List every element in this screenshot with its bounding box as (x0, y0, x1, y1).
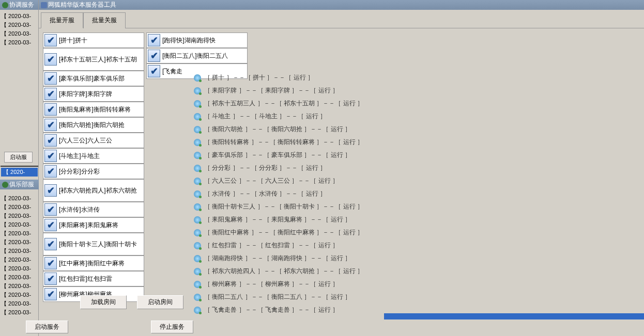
check-item[interactable]: [祁东六胡抢四人]祁东六胡抢 (43, 179, 144, 202)
check-label: [跑得快]湖南跑得快 (162, 37, 216, 44)
log-entry: 【 2020-03- (1, 299, 38, 308)
check-label: [红中麻将]衡阳红中麻将 (59, 260, 125, 267)
log-entry: 【 2020-03- (1, 238, 38, 247)
check-item[interactable]: [耒阳麻将]耒阳鬼麻将 (43, 217, 144, 233)
checkbox[interactable] (44, 53, 57, 66)
status-text: ［ 祁东六胡抢四人 ］－－［ 祁东六胡抢 ］－－［ 运行 ］ (204, 267, 363, 276)
status-icon (194, 268, 201, 275)
sub-tabs: 批量开服 批量关服 (39, 10, 644, 28)
app-icon (41, 2, 47, 8)
check-item[interactable]: [耒阳字牌]耒阳字牌 (43, 86, 144, 102)
check-item[interactable]: [衡阳十胡卡三人]衡阳十胡卡 (43, 233, 144, 255)
status-text: ［ 飞禽走兽 ］－－［ 飞禽走兽 ］－－［ 运行 ］ (204, 306, 339, 314)
checkbox[interactable] (44, 257, 57, 269)
check-label: [六人三公]六人三公 (59, 137, 112, 144)
log-entry: 【 2020-03- (1, 229, 38, 238)
status-line: ［ 耒阳鬼麻将 ］－－［ 耒阳鬼麻将 ］－－［ 运行 ］ (194, 213, 377, 226)
status-icon (194, 216, 201, 223)
status-line: ［ 豪车俱乐部 ］－－［ 豪车俱乐部 ］－－［ 运行 ］ (194, 149, 377, 162)
status-text: ［ 斗地主 ］－－［ 斗地主 ］－－［ 运行 ］ (204, 112, 326, 121)
status-icon (194, 126, 201, 133)
checkbox[interactable] (44, 184, 57, 197)
check-item[interactable]: [红包扫雷]红包扫雷 (43, 271, 144, 286)
status-line: ［ 柳州麻将 ］－－［ 柳州麻将 ］－－［ 运行 ］ (194, 278, 377, 291)
status-icon (194, 190, 201, 198)
stop-service-button[interactable]: 停止服务 (151, 321, 193, 333)
checkbox[interactable] (44, 165, 57, 178)
checkbox[interactable] (44, 88, 57, 100)
check-label: [水浒传]水浒传 (59, 206, 100, 213)
checkbox[interactable] (44, 219, 57, 231)
log-entry: 【 2020-03- (1, 29, 37, 38)
check-label: [祁东十五胡三人]祁东十五胡 (59, 56, 137, 63)
log-entry: 【 2020-03- (1, 273, 38, 282)
check-item[interactable]: [拼十]拼十 (43, 33, 144, 48)
checkbox[interactable] (44, 273, 57, 285)
check-item[interactable]: [跑得快]湖南跑得快 (146, 33, 248, 48)
status-line: ［ 拼十 ］－－［ 拼十 ］－－［ 运行 ］ (194, 71, 377, 84)
check-label: [豪车俱乐部]豪车俱乐部 (59, 75, 125, 82)
status-text: ［ 红包扫雷 ］－－［ 红包扫雷 ］－－［ 运行 ］ (204, 241, 339, 250)
check-item[interactable]: [红中麻将]衡阳红中麻将 (43, 255, 144, 271)
status-text: ［ 衡阳十胡卡三人 ］－－［ 衡阳十胡卡 ］－－［ 运行 ］ (204, 202, 363, 211)
start-button-small[interactable]: 启动服 (4, 152, 33, 163)
status-text: ［ 拼十 ］－－［ 拼十 ］－－［ 运行 ］ (204, 73, 314, 82)
start-service-button[interactable]: 启动服务 (26, 321, 68, 333)
status-icon (194, 255, 201, 262)
check-label: [衡阳六胡抢]衡阳六胡抢 (59, 121, 125, 129)
main-titlebar: 网狐精华版本服务器工具 (39, 0, 644, 10)
status-text: ［ 水浒传 ］－－［ 水浒传 ］－－［ 运行 ］ (204, 189, 326, 198)
log-list-2: 【 2020-03-【 2020-03-【 2020-03-【 2020-03-… (0, 192, 39, 319)
club-service-title: 俱乐部服 (0, 180, 39, 189)
status-text: ［ 衡阳二五八 ］－－［ 衡阳二五八 ］－－［ 运行 ］ (204, 293, 351, 301)
check-item[interactable]: [祁东十五胡三人]祁东十五胡 (43, 48, 144, 71)
status-icon (194, 113, 201, 120)
checkbox[interactable] (44, 238, 57, 250)
status-text: ［ 衡阳六胡抢 ］－－［ 衡阳六胡抢 ］－－［ 运行 ］ (204, 125, 351, 134)
check-label: [红包扫雷]红包扫雷 (59, 275, 112, 282)
coord-service-label: 协调服务 (9, 1, 34, 9)
status-icon (194, 152, 201, 159)
bottom-bar (384, 313, 644, 319)
log-entry: 【 2020-03- (1, 21, 37, 29)
checkbox[interactable] (44, 150, 57, 162)
tab-batch-close[interactable]: 批量关服 (83, 12, 126, 28)
check-label: [耒阳字牌]耒阳字牌 (59, 90, 112, 98)
check-item[interactable]: [衡阳鬼麻将]衡阳转转麻将 (43, 102, 144, 117)
status-icon (194, 281, 201, 288)
status-icon (194, 307, 201, 314)
checkbox[interactable] (44, 134, 57, 147)
status-line: ［ 耒阳字牌 ］－－［ 耒阳字牌 ］－－［ 运行 ］ (194, 84, 377, 97)
check-label: [拼十]拼十 (59, 37, 87, 44)
check-item[interactable]: [六人三公]六人三公 (43, 133, 144, 148)
check-label: [衡阳十胡卡三人]衡阳十胡卡 (59, 241, 137, 248)
start-room-button[interactable]: 启动房间 (137, 295, 183, 309)
mid-date-section: 【 2020- (0, 165, 39, 178)
checkbox[interactable] (44, 34, 57, 46)
check-item[interactable]: [衡阳六胡抢]衡阳六胡抢 (43, 117, 144, 133)
checkbox[interactable] (148, 34, 160, 46)
check-item[interactable]: [斗地主]斗地主 (43, 148, 144, 164)
tab-batch-open[interactable]: 批量开服 (41, 12, 83, 28)
check-item[interactable]: [水浒传]水浒传 (43, 202, 144, 217)
status-line: ［ 祁东十五胡三人 ］－－［ 祁东十五胡 ］－－［ 运行 ］ (194, 97, 377, 110)
status-line: ［ 斗地主 ］－－［ 斗地主 ］－－［ 运行 ］ (194, 110, 377, 123)
checkbox[interactable] (44, 72, 57, 85)
check-item[interactable]: [豪车俱乐部]豪车俱乐部 (43, 71, 144, 86)
checkbox[interactable] (44, 119, 57, 131)
checkbox[interactable] (44, 103, 57, 116)
status-line: ［ 衡阳二五八 ］－－［ 衡阳二五八 ］－－［ 运行 ］ (194, 291, 377, 303)
status-line: ［ 六人三公 ］－－［ 六人三公 ］－－［ 运行 ］ (194, 174, 377, 187)
checkbox[interactable] (44, 203, 57, 216)
check-label: [耒阳麻将]耒阳鬼麻将 (59, 221, 118, 229)
status-line: ［ 红包扫雷 ］－－［ 红包扫雷 ］－－［ 运行 ］ (194, 239, 377, 252)
status-icon (194, 229, 201, 236)
check-item[interactable]: [分分彩]分分彩 (43, 164, 144, 179)
check-label: [斗地主]斗地主 (59, 152, 100, 159)
load-room-button[interactable]: 加载房间 (80, 295, 127, 309)
selected-date[interactable]: 【 2020- (1, 168, 38, 177)
check-item[interactable]: [衡阳二五八]衡阳二五八 (146, 48, 248, 63)
log-entry: 【 2020-03- (1, 247, 38, 255)
checkbox[interactable] (148, 50, 160, 62)
checkbox[interactable] (148, 65, 160, 77)
